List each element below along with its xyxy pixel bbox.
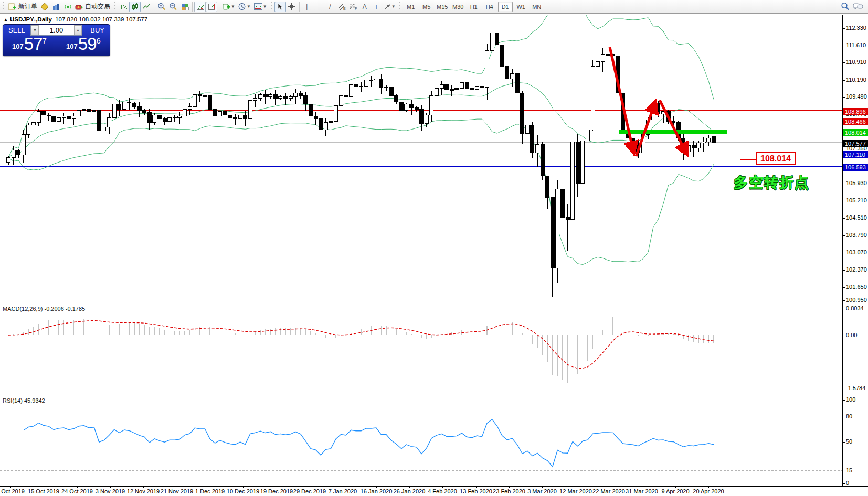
support-price-callout[interactable]: 108.014 [756,152,796,165]
timeframe-button-h1[interactable]: H1 [467,2,481,12]
timeframe-button-m5[interactable]: M5 [419,2,434,12]
label-tool-button[interactable]: T [371,2,382,12]
axis-tick [843,62,845,63]
period-button[interactable]: ▼ [237,2,252,12]
toolbar-drag-handle[interactable] [3,2,5,12]
toolbar-drag-handle[interactable] [270,2,273,12]
tile-windows-icon [181,3,189,10]
signals-button[interactable] [62,2,73,12]
macd-name: MACD(12,26,9) [3,306,43,312]
buy-price-main: 59 [78,34,97,53]
price-axis-label: 103.790 [846,232,867,239]
timeframe-button-m15[interactable]: M15 [435,2,450,12]
add-indicator-button[interactable]: ▼ [221,2,237,12]
price-axis-label: 102.370 [846,266,867,273]
fibonacci-icon: F [349,3,357,10]
market-watch-button[interactable] [39,2,50,12]
text-tool-button[interactable]: A [359,2,371,12]
vline-tool-button[interactable]: | [301,2,313,12]
toolbar-group-standard: 新订单 [7,1,112,13]
macd-label: MACD(12,26,9) -0.2006 -0.1785 [3,306,85,312]
line-chart-mode-button[interactable] [141,2,152,12]
chart-shift-icon [208,3,216,10]
timeframe-button-m30[interactable]: M30 [451,2,465,12]
trendline-tool-button[interactable]: / [324,2,336,12]
bar-chart-mode-button[interactable] [118,2,129,12]
add-indicator-dropdown-arrow[interactable]: ▼ [231,4,235,9]
bar-chart-mode-icon [120,3,127,10]
price-axis-label: 112.330 [846,25,866,31]
zoom-in-button[interactable] [156,2,167,12]
candlestick-mode-icon [131,3,139,10]
sell-price: 107577 [3,34,56,54]
terminal-window: 新订单 [0,0,868,496]
price-axis[interactable]: 112.330111.610110.910110.190109.490108.7… [843,15,868,486]
zoom-out-button[interactable] [167,2,179,12]
period-dropdown-arrow[interactable]: ▼ [247,4,251,9]
price-chart-canvas[interactable] [0,15,842,303]
data-window-icon [52,3,60,10]
price-level-badge: 108.896 [843,108,868,115]
price-axis-label: 110.910 [846,59,866,66]
timeframe-button-h4[interactable]: H4 [482,2,497,12]
price-axis-label: 105.930 [846,180,867,187]
template-button[interactable]: ▼ [252,2,269,12]
timeframe-button-m1[interactable]: M1 [404,2,418,12]
chat-button[interactable] [851,1,865,12]
axis-tick [843,201,845,201]
axis-tick [843,417,845,417]
price-axis-label: 111.610 [846,42,866,49]
timeframe-button-w1[interactable]: W1 [514,2,528,12]
data-window-button[interactable] [50,2,62,12]
candlestick-mode-button[interactable] [129,2,141,12]
volume-value[interactable]: 1.00 [39,25,74,35]
axis-tick [843,184,845,184]
cursor-tool-button[interactable] [274,2,286,12]
tile-windows-button[interactable] [179,2,190,12]
arrows-tool-icon [384,3,391,10]
toolbar-drag-handle[interactable] [399,2,401,12]
toolbar-drag-handle[interactable] [113,2,116,12]
toolbar-separator [219,2,219,12]
axis-tick [843,483,845,484]
arrows-tool-button[interactable]: ▼ [382,2,397,12]
template-dropdown-arrow[interactable]: ▼ [263,4,267,9]
auto-scroll-button[interactable] [194,2,206,12]
crosshair-tool-button[interactable] [286,2,298,12]
rsi-value: 45.9342 [24,397,45,404]
new-order-button[interactable]: 新订单 [7,2,39,12]
sell-price-prefix: 107 [12,42,24,50]
timeframe-button-mn[interactable]: MN [530,2,544,12]
rsi-axis-label: 50 [846,438,852,445]
auto-trading-button[interactable]: 自动交易 [73,2,112,12]
toolbar-group-chart-type [118,1,152,13]
price-axis-label: 109.490 [846,93,867,100]
chart-shift-button[interactable] [206,2,217,12]
arrows-dropdown-arrow[interactable]: ▼ [391,4,396,9]
axis-tick [843,218,845,219]
chat-bubbles-icon [853,3,863,10]
toolbar-separator [192,2,193,12]
template-icon [254,3,262,10]
buy-price-sup: 6 [97,36,101,45]
axis-tick [843,300,845,301]
date-axis[interactable]: 6 Oct 201915 Oct 201924 Oct 20193 Nov 20… [0,486,868,496]
one-click-trading-panel: SELL 107577 BUY 107596 ▼ 1.00 ▲ [3,24,110,56]
cn-annotation-text[interactable]: 多空转折点 [734,173,810,192]
toolbar-separator [154,2,154,12]
rsi-pane-canvas[interactable] [0,394,842,486]
price-axis-label: 103.070 [846,249,867,256]
axis-tick [843,80,845,81]
fibonacci-tool-button[interactable]: F [347,2,359,12]
hline-tool-button[interactable]: — [313,2,324,12]
timeframe-button-d1[interactable]: D1 [498,2,513,12]
macd-axis-label: -1.5784 [846,385,865,392]
search-button[interactable] [839,1,851,12]
macd-pane-canvas[interactable] [0,305,842,391]
trendline-icon: / [329,3,331,10]
price-axis-label: 100.950 [846,297,867,304]
axis-tick [843,253,845,253]
volume-decrease-button[interactable]: ▼ [31,25,39,35]
channel-tool-button[interactable]: E [336,2,347,12]
volume-increase-button[interactable]: ▲ [74,25,82,35]
